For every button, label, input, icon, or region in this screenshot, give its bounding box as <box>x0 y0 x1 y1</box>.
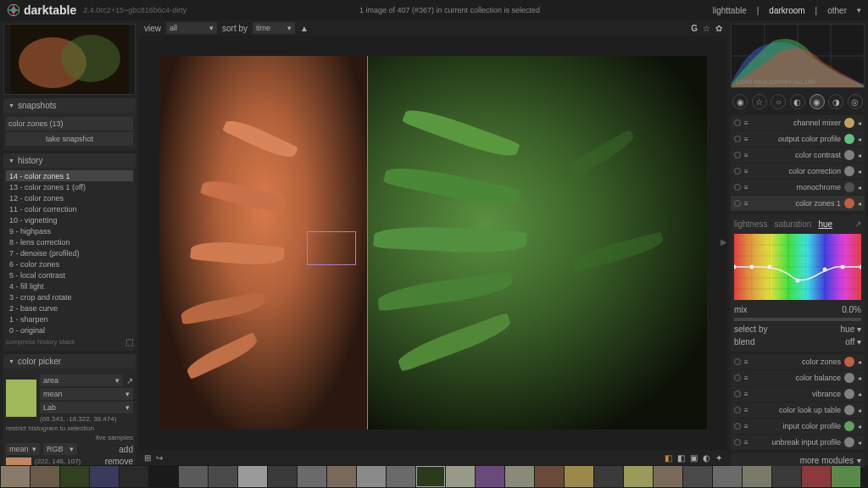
tab-favorites[interactable]: ☆ <box>752 94 767 109</box>
filmstrip-thumb[interactable] <box>594 466 623 487</box>
history-item[interactable]: 11 - color correction <box>6 203 133 214</box>
color-picker-header[interactable]: color picker <box>3 354 136 369</box>
history-header[interactable]: history <box>3 153 136 168</box>
module-power-icon[interactable] <box>734 391 741 397</box>
reset-icon[interactable]: ◂ <box>858 407 861 414</box>
module-power-icon[interactable] <box>734 358 741 365</box>
module-unbreak-input-profile[interactable]: ≡unbreak input profile◂ <box>731 435 865 450</box>
sort-dir-icon[interactable]: ▲ <box>300 24 309 33</box>
tab-lightness[interactable]: lightness <box>734 219 767 229</box>
select-by-value[interactable]: hue ▾ <box>841 324 861 334</box>
remove-sample-button[interactable]: remove <box>105 457 133 465</box>
filmstrip-thumb[interactable] <box>179 466 208 487</box>
histogram[interactable]: 1/640 f/4.0 102mm iso 100 <box>731 24 865 88</box>
filmstrip-thumb[interactable] <box>357 466 386 487</box>
filmstrip-thumb[interactable] <box>624 466 653 487</box>
history-item[interactable]: 2 - base curve <box>6 302 133 313</box>
history-item[interactable]: 9 - highpass <box>6 225 133 236</box>
picker-area-select[interactable]: area <box>40 374 123 386</box>
module-power-icon[interactable] <box>734 184 741 191</box>
module-power-icon[interactable] <box>734 439 741 446</box>
tab-active-modules[interactable]: ◉ <box>732 94 748 109</box>
multi-instance-icon[interactable]: ≡ <box>744 407 748 414</box>
blend-value[interactable]: off ▾ <box>845 337 861 347</box>
filmstrip-thumb[interactable] <box>743 466 771 487</box>
module-power-icon[interactable] <box>734 136 741 142</box>
history-item[interactable]: 13 - color zones 1 (off) <box>6 181 133 192</box>
multi-instance-icon[interactable]: ≡ <box>744 374 748 382</box>
filmstrip-thumb[interactable] <box>476 466 504 487</box>
reset-icon[interactable]: ◂ <box>858 184 861 191</box>
picker-selection-rect[interactable] <box>307 231 356 265</box>
history-item[interactable]: 0 - original <box>6 324 133 336</box>
history-item[interactable]: 3 - crop and rotate <box>6 291 133 302</box>
reset-icon[interactable]: ◂ <box>858 358 861 366</box>
tab-hue[interactable]: hue <box>818 219 832 229</box>
multi-instance-icon[interactable]: ≡ <box>744 119 748 127</box>
filmstrip-thumb[interactable] <box>1 466 30 487</box>
filmstrip[interactable] <box>0 465 868 488</box>
filmstrip-thumb[interactable] <box>149 466 178 487</box>
export-icon[interactable]: ↪ <box>156 453 163 463</box>
module-input-color-profile[interactable]: ≡input color profile◂ <box>731 419 865 434</box>
picker-lab-select[interactable]: Lab <box>40 402 133 413</box>
module-power-icon[interactable] <box>734 152 741 158</box>
right-collapse-handle[interactable]: ▶ <box>721 237 727 247</box>
filmstrip-thumb[interactable] <box>416 466 445 487</box>
multi-instance-icon[interactable]: ≡ <box>744 439 748 446</box>
module-monochrome[interactable]: ≡monochrome◂ <box>731 180 865 195</box>
overexposed-icon[interactable]: ◧ <box>665 453 672 463</box>
reset-icon[interactable]: ◂ <box>858 423 861 430</box>
guides-icon[interactable]: ✦ <box>715 453 722 463</box>
filmstrip-thumb[interactable] <box>298 466 326 487</box>
multi-instance-icon[interactable]: ≡ <box>744 200 748 208</box>
tab-effect[interactable]: ◎ <box>848 94 863 109</box>
module-color-balance[interactable]: ≡color balance◂ <box>731 370 865 385</box>
history-item[interactable]: 10 - vignetting <box>6 214 133 225</box>
multi-instance-icon[interactable]: ≡ <box>744 136 748 143</box>
reset-icon[interactable]: ◂ <box>858 136 861 143</box>
module-color-zones[interactable]: ≡color zones◂ <box>731 354 865 369</box>
multi-instance-icon[interactable]: ≡ <box>744 152 748 159</box>
tab-correction[interactable]: ◑ <box>828 94 843 109</box>
view-lighttable[interactable]: lighttable <box>713 6 747 15</box>
module-power-icon[interactable] <box>734 423 741 430</box>
eyedropper-icon[interactable]: ↗ <box>854 219 861 229</box>
picker-mean-select[interactable]: mean <box>40 388 133 400</box>
filmstrip-thumb[interactable] <box>505 466 534 487</box>
tab-saturation[interactable]: saturation <box>774 219 811 229</box>
compress-history-button[interactable]: compress history stack <box>6 338 75 346</box>
history-item[interactable]: 6 - color zones <box>6 258 133 269</box>
sample-rgb-select[interactable]: RGB <box>43 443 77 455</box>
edited-image[interactable] <box>159 56 707 430</box>
snapshot-split-line[interactable] <box>367 56 368 430</box>
mix-slider[interactable] <box>734 318 861 321</box>
multi-instance-icon[interactable]: ≡ <box>744 168 748 175</box>
history-item[interactable]: 4 - fill light <box>6 280 133 291</box>
take-snapshot-button[interactable]: take snapshot <box>6 132 133 146</box>
underexposed-icon[interactable]: ◧ <box>677 453 685 463</box>
history-item[interactable]: 8 - lens correction <box>6 236 133 247</box>
filmstrip-thumb[interactable] <box>535 466 564 487</box>
module-color-correction[interactable]: ≡color correction◂ <box>731 164 865 179</box>
history-item[interactable]: 5 - local contrast <box>6 269 133 280</box>
gamut-icon[interactable]: ◐ <box>703 453 710 463</box>
filmstrip-thumb[interactable] <box>327 466 356 487</box>
multi-instance-icon[interactable]: ≡ <box>744 423 748 430</box>
grid-icon[interactable]: G <box>691 24 698 33</box>
navigation-thumbnail[interactable] <box>3 24 136 95</box>
filmstrip-thumb[interactable] <box>31 466 59 487</box>
filmstrip-thumb[interactable] <box>832 466 860 487</box>
module-power-icon[interactable] <box>734 200 741 207</box>
quick-access-icon[interactable]: ⊞ <box>144 453 151 463</box>
module-color-look-up-table[interactable]: ≡color look up table◂ <box>731 402 865 418</box>
view-other[interactable]: other <box>827 6 847 15</box>
chevron-down-icon[interactable]: ▾ <box>857 6 861 15</box>
filmstrip-thumb[interactable] <box>713 466 742 487</box>
module-channel-mixer[interactable]: ≡channel mixer◂ <box>731 115 865 130</box>
gear-icon[interactable]: ✿ <box>715 24 722 33</box>
filmstrip-thumb[interactable] <box>654 466 682 487</box>
history-item[interactable]: 12 - color zones <box>6 192 133 203</box>
reset-icon[interactable]: ◂ <box>858 168 861 175</box>
filmstrip-thumb[interactable] <box>209 466 237 487</box>
